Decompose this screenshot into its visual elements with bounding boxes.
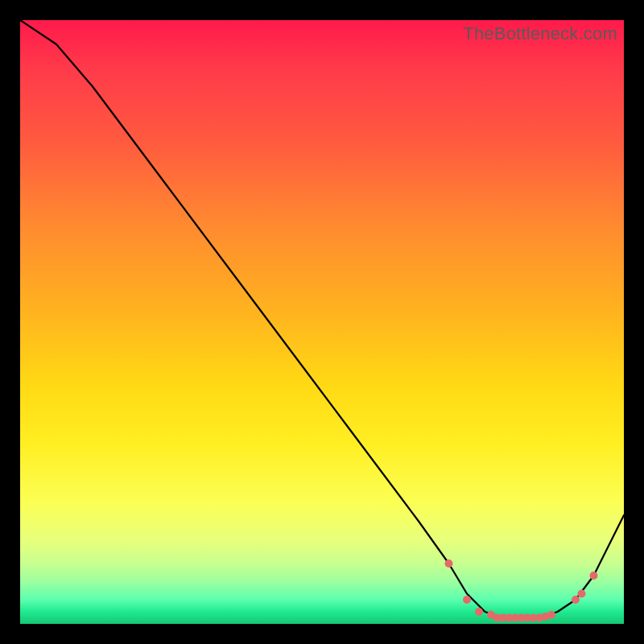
marker-dot <box>445 559 453 568</box>
marker-dot <box>463 596 471 604</box>
marker-dot <box>572 596 580 604</box>
curve-path <box>20 20 624 618</box>
bottleneck-curve-chart <box>20 20 624 624</box>
marker-dot <box>475 608 483 616</box>
marker-dot <box>590 572 598 580</box>
marker-dot <box>547 611 555 619</box>
marker-group <box>445 559 598 622</box>
chart-frame: TheBottleneck.com <box>20 20 624 624</box>
marker-dot <box>578 590 586 598</box>
